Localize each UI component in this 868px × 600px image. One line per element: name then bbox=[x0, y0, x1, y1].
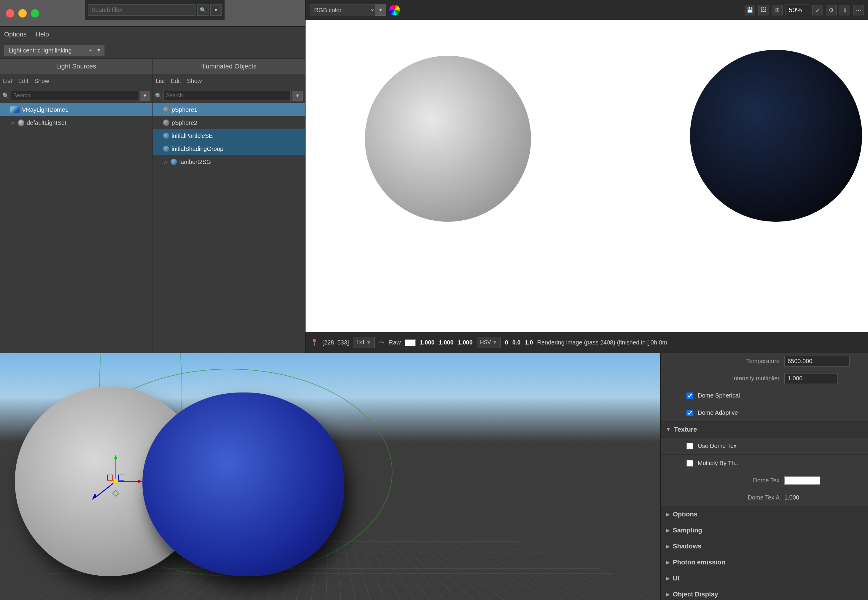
svg-marker-1 bbox=[114, 455, 117, 459]
svg-marker-3 bbox=[138, 480, 142, 483]
psphere2-label: pSphere2 bbox=[172, 120, 198, 126]
light-search-input[interactable] bbox=[11, 91, 138, 101]
objects-edit-item[interactable]: Edit bbox=[171, 78, 181, 85]
menu-options[interactable]: Options bbox=[4, 30, 27, 38]
psphere2-icon bbox=[163, 120, 169, 126]
minimize-button[interactable] bbox=[18, 9, 27, 18]
info-icon[interactable]: ℹ bbox=[839, 5, 850, 15]
color-wheel-icon[interactable] bbox=[389, 5, 400, 15]
dome-tex-a-value: 1.000 bbox=[784, 494, 799, 501]
tree-item-lambert2sg[interactable]: ▷ lambert2SG bbox=[153, 155, 305, 168]
dome-icon bbox=[10, 106, 20, 113]
multiply-by-label: Multiply By Th... bbox=[698, 460, 740, 467]
dome-tex-swatch[interactable] bbox=[784, 476, 820, 485]
object-display-label: Object Display bbox=[673, 591, 718, 598]
grid-icon[interactable]: ⊞ bbox=[772, 5, 783, 15]
maximize-button[interactable] bbox=[31, 9, 39, 18]
tree-item-initialparticlese[interactable]: initialParticleSE bbox=[153, 129, 305, 142]
dome-spherical-value-label: Dome Spherical bbox=[698, 392, 740, 399]
dome-adaptive-value-label: Dome Adaptive bbox=[698, 409, 738, 416]
objects-list-item[interactable]: List bbox=[156, 78, 165, 85]
object-display-arrow: ▶ bbox=[666, 591, 670, 598]
object-display-section[interactable]: ▶ Object Display bbox=[661, 586, 868, 600]
multiply-by-row: Multiply By Th... bbox=[661, 455, 868, 472]
shadows-section[interactable]: ▶ Shadows bbox=[661, 538, 868, 555]
window-controls bbox=[6, 9, 39, 18]
image-icon[interactable]: 🖼 bbox=[758, 5, 769, 15]
photon-label: Photon emission bbox=[673, 559, 725, 566]
settings-icon[interactable]: ⚙ bbox=[826, 5, 836, 15]
bottom-area: Temperature Intensity multiplier Dome Sp… bbox=[0, 353, 868, 600]
use-dome-tex-checkbox[interactable] bbox=[686, 443, 693, 449]
search-filter-input[interactable] bbox=[88, 5, 196, 16]
properties-panel: Temperature Intensity multiplier Dome Sp… bbox=[660, 353, 868, 600]
light-edit-item[interactable]: Edit bbox=[18, 78, 28, 85]
more-icon[interactable]: ⋯ bbox=[853, 5, 864, 15]
ui-section[interactable]: ▶ UI bbox=[661, 570, 868, 586]
texture-section-header[interactable]: ▼ Texture bbox=[661, 421, 868, 438]
search-filter-icon[interactable]: 🔍 bbox=[197, 5, 208, 16]
light-set-icon bbox=[18, 120, 24, 126]
dropdown-bar: Light centric light linking ▼ bbox=[0, 42, 305, 59]
expand-icon2: ▷ bbox=[11, 120, 15, 125]
render-status-bar: 📍 [228, 533] 1x1 ▼ 〜 Raw 1.000 1.000 1.0… bbox=[306, 332, 868, 353]
color-mode-dropdown-icon[interactable]: ▼ bbox=[375, 5, 386, 16]
dome-adaptive-row: Dome Adaptive bbox=[661, 405, 868, 421]
menu-help[interactable]: Help bbox=[36, 30, 49, 38]
dome-adaptive-checkbox[interactable] bbox=[686, 410, 693, 416]
texture-collapse-icon: ▼ bbox=[666, 426, 671, 432]
expand-sg bbox=[156, 147, 161, 151]
hsv-dropdown[interactable]: ▼ bbox=[492, 339, 497, 345]
sampling-label: Sampling bbox=[673, 526, 702, 534]
objects-search-input[interactable] bbox=[163, 91, 291, 101]
search-filter-bar: 🔍 ▼ bbox=[85, 0, 225, 20]
search-filter-dropdown[interactable]: ▼ bbox=[210, 5, 222, 16]
temperature-input[interactable] bbox=[784, 356, 850, 367]
light-sources-submenu: List Edit Show bbox=[0, 74, 152, 88]
options-section[interactable]: ▶ Options bbox=[661, 506, 868, 522]
svg-rect-6 bbox=[113, 479, 118, 484]
dropdown-arrow-icon[interactable]: ▼ bbox=[93, 45, 105, 56]
close-button[interactable] bbox=[6, 9, 14, 18]
sampling-section[interactable]: ▶ Sampling bbox=[661, 522, 868, 538]
options-label: Options bbox=[673, 511, 698, 518]
svg-rect-8 bbox=[119, 475, 124, 480]
tree-item-defaultlightset[interactable]: ▷ defaultLightSet bbox=[0, 116, 152, 129]
tree-item-vraylightdome1[interactable]: VRayLightDome1 bbox=[0, 103, 152, 116]
temperature-row: Temperature bbox=[661, 353, 868, 370]
psphere1-icon bbox=[163, 106, 169, 113]
tree-item-psphere1[interactable]: pSphere1 bbox=[153, 103, 305, 116]
save-icon[interactable]: 💾 bbox=[745, 5, 755, 15]
options-arrow: ▶ bbox=[666, 511, 670, 518]
objects-search-dropdown[interactable]: ▼ bbox=[292, 91, 303, 101]
zoom-level[interactable]: 50% bbox=[786, 4, 809, 16]
pass-dropdown[interactable]: ▼ bbox=[366, 339, 371, 345]
link-mode-select[interactable]: Light centric light linking bbox=[4, 45, 93, 56]
photon-section[interactable]: ▶ Photon emission bbox=[661, 555, 868, 570]
temperature-label: Temperature bbox=[667, 358, 780, 365]
objects-show-item[interactable]: Show bbox=[187, 78, 202, 85]
intensity-input[interactable] bbox=[784, 373, 838, 384]
sampling-arrow: ▶ bbox=[666, 527, 670, 533]
multiply-by-checkbox[interactable] bbox=[686, 460, 693, 467]
light-list-item[interactable]: List bbox=[3, 78, 12, 85]
3d-sphere-blue bbox=[142, 392, 344, 576]
render-viewport bbox=[306, 20, 868, 332]
viewport-toolbar: RGB color ▼ 💾 🖼 ⊞ 50% ⤢ ⚙ ℹ ⋯ bbox=[306, 0, 868, 20]
color-mode-select[interactable]: RGB color bbox=[310, 4, 375, 16]
light-search-icon: 🔍 bbox=[2, 92, 9, 99]
light-search-dropdown[interactable]: ▼ bbox=[140, 91, 150, 101]
initialparticlese-label: initialParticleSE bbox=[172, 132, 213, 139]
fit-icon[interactable]: ⤢ bbox=[812, 5, 823, 15]
tree-item-psphere2[interactable]: pSphere2 bbox=[153, 116, 305, 129]
light-show-item[interactable]: Show bbox=[34, 78, 49, 85]
dome-spherical-checkbox[interactable] bbox=[686, 392, 693, 399]
ui-arrow: ▶ bbox=[666, 575, 670, 582]
tree-item-initialshadinggroup[interactable]: initialShadingGroup bbox=[153, 142, 305, 155]
light-sources-header: Light Sources bbox=[0, 59, 152, 74]
hsv-s: 0.0 bbox=[512, 339, 521, 346]
expand-s2 bbox=[156, 120, 161, 125]
svg-rect-7 bbox=[107, 475, 113, 480]
coords-icon: 📍 bbox=[310, 339, 318, 347]
svg-marker-9 bbox=[113, 490, 119, 496]
